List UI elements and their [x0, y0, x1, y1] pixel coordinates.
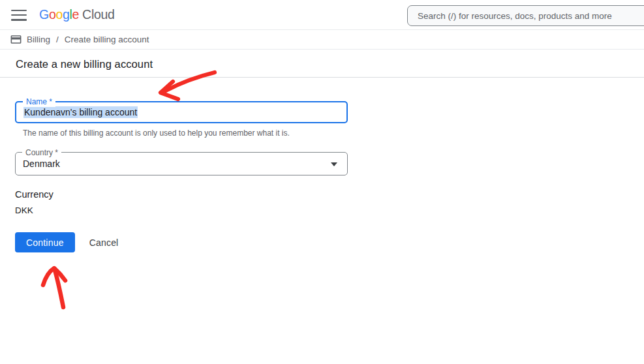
cancel-button[interactable]: Cancel: [89, 237, 119, 248]
country-select-value: Denmark: [16, 153, 347, 175]
top-app-bar: G o o g l e Cloud: [0, 0, 644, 30]
chevron-down-icon: [331, 162, 337, 166]
search-input[interactable]: [418, 11, 638, 21]
menu-bar: [11, 10, 27, 12]
arrow-to-continue-button: [43, 268, 65, 307]
logo-letter: o: [49, 7, 56, 22]
logo-letter: o: [55, 7, 63, 22]
name-field-label: Name *: [23, 97, 55, 107]
currency-value: DKK: [15, 205, 644, 215]
breadcrumb-billing-link[interactable]: Billing: [27, 35, 50, 44]
logo-letter: g: [63, 7, 70, 22]
breadcrumb-current-page: Create billing account: [65, 35, 149, 44]
country-select[interactable]: Country * Denmark: [15, 152, 348, 175]
selected-input-text: Kundenavn's billing account: [23, 106, 138, 118]
form-actions: Continue Cancel: [15, 232, 644, 252]
menu-icon[interactable]: [11, 10, 27, 21]
logo-letter: e: [72, 7, 80, 22]
page-title: Create a new billing account: [16, 57, 628, 70]
breadcrumb-separator: /: [56, 35, 59, 44]
page-title-bar: Create a new billing account: [0, 50, 644, 78]
global-search-box[interactable]: [407, 5, 644, 26]
country-field-label: Country *: [22, 148, 61, 158]
name-input[interactable]: Name * Kundenavn's billing account: [15, 101, 348, 123]
name-input-value[interactable]: Kundenavn's billing account: [16, 102, 346, 122]
google-cloud-logo[interactable]: G o o g l e Cloud: [39, 7, 115, 22]
menu-bar: [11, 14, 27, 16]
breadcrumb: Billing / Create billing account: [0, 30, 644, 50]
gcp-create-billing-page: { "header": { "logo": { "letters": [ { "…: [0, 0, 644, 364]
currency-label: Currency: [15, 189, 644, 200]
logo-letter: G: [39, 7, 49, 22]
billing-card-icon: [10, 33, 22, 46]
name-helper-text: The name of this billing account is only…: [23, 129, 644, 138]
logo-cloud-text: Cloud: [82, 7, 114, 22]
menu-bar: [11, 19, 27, 21]
billing-account-form: Name * Kundenavn's billing account The n…: [0, 101, 644, 252]
continue-button[interactable]: Continue: [15, 232, 75, 252]
